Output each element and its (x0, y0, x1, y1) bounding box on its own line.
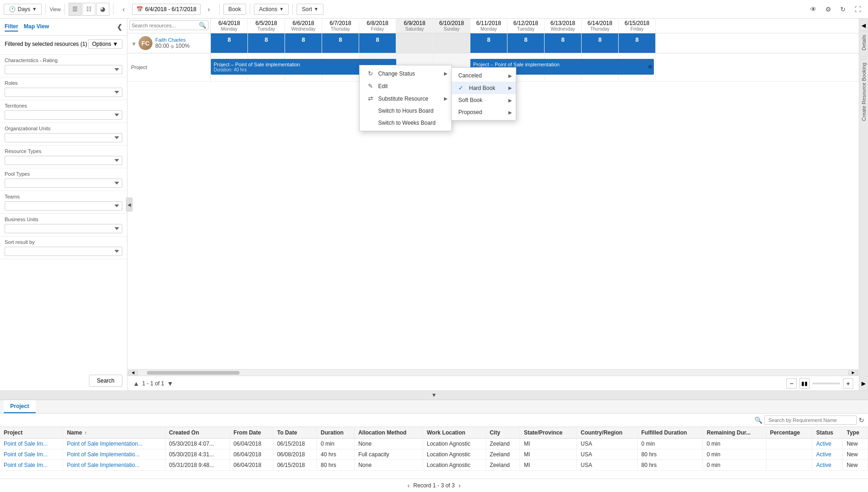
project-tab[interactable]: Project (4, 400, 36, 413)
settings-button[interactable]: ⚙ (822, 3, 835, 16)
filter-tab[interactable]: Filter (5, 22, 18, 32)
col-type[interactable]: Type (843, 427, 868, 439)
page-down-btn[interactable]: ▼ (167, 380, 173, 387)
col-remaining[interactable]: Remaining Dur... (703, 427, 766, 439)
col-to[interactable]: To Date (273, 427, 317, 439)
resource-types-dropdown[interactable] (5, 156, 122, 165)
edit-icon: ✎ (366, 83, 374, 89)
expand-button[interactable]: ⛶ (851, 3, 864, 16)
date-range-picker[interactable]: 📅 6/4/2018 - 6/17/2018 (132, 4, 201, 15)
options-label: Options (92, 41, 111, 47)
filter-pool-types-label: Pool Types (5, 171, 122, 177)
date-text-3: 6/6/2018 (286, 20, 321, 26)
options-button[interactable]: Options ▼ (88, 39, 122, 49)
zoom-in-btn[interactable]: + (843, 378, 853, 389)
days-button[interactable]: 🕐 Days ▼ (4, 4, 42, 15)
row1-status-link[interactable]: Active (816, 441, 831, 447)
change-status-arrow: ▶ (444, 71, 448, 76)
table-prev-btn[interactable]: ‹ (407, 482, 410, 489)
data-table: Project Name ↑ Created On From Date To D… (0, 427, 868, 471)
grid-view-button[interactable]: ☷ (82, 3, 95, 16)
details-label[interactable]: Details (860, 31, 868, 54)
right-panel-arrow-bottom[interactable]: ▶ (860, 378, 868, 389)
hours-board-menu-item[interactable]: Switch to Hours Board (360, 105, 451, 117)
row2-status-link[interactable]: Active (816, 451, 831, 458)
col-duration[interactable]: Duration (317, 427, 355, 439)
col-state[interactable]: State/Province (520, 427, 577, 439)
scroll-left-btn[interactable]: ◀ (128, 371, 138, 375)
row3-status-link[interactable]: Active (816, 462, 831, 468)
row2-project-link[interactable]: Point of Sale Im... (4, 451, 48, 458)
list-view-button[interactable]: ☰ (69, 3, 82, 16)
soft-book-item[interactable]: Soft Book ▶ (452, 94, 516, 106)
zoom-out-btn[interactable]: − (786, 378, 797, 389)
canceled-item[interactable]: Canceled ▶ (452, 70, 516, 82)
row1-project-link[interactable]: Point of Sale Im... (4, 441, 48, 447)
gantt-scrollbar[interactable]: ◀ ▶ (127, 369, 859, 376)
actions-button[interactable]: Actions ▼ (254, 4, 289, 15)
hard-book-check-icon: ✓ (458, 84, 463, 91)
territories-dropdown[interactable] (5, 110, 122, 120)
sort-dropdown[interactable] (5, 247, 122, 256)
col-from[interactable]: From Date (229, 427, 273, 439)
hard-book-item[interactable]: ✓ Hard Book ▶ (452, 82, 516, 94)
roles-dropdown[interactable] (5, 88, 122, 97)
weeks-board-menu-item[interactable]: Switch to Weeks Board (360, 117, 451, 129)
teams-dropdown[interactable] (5, 201, 122, 211)
proposed-label: Proposed (458, 109, 482, 115)
col-fulfilled[interactable]: Fulfilled Duration (637, 427, 703, 439)
row3-project-link[interactable]: Point of Sale Im... (4, 462, 48, 468)
eye-button[interactable]: 👁 (807, 3, 820, 16)
zoom-pause-btn[interactable]: ▮▮ (799, 378, 810, 389)
business-units-dropdown[interactable] (5, 224, 122, 233)
search-resources-input[interactable] (132, 23, 199, 28)
chart-view-button[interactable]: ◕ (96, 3, 109, 16)
scrollbar-thumb[interactable] (147, 371, 240, 375)
resource-name[interactable]: Faith Charles (155, 37, 190, 43)
sort-button[interactable]: Sort ▼ (297, 4, 323, 15)
sidebar-toggle-btn[interactable]: ◀ (126, 198, 133, 211)
prev-period-button[interactable]: ‹ (117, 3, 130, 16)
col-work-location[interactable]: Work Location (423, 427, 486, 439)
edit-menu-item[interactable]: ✎ Edit (360, 80, 451, 92)
bottom-search-input[interactable] (764, 415, 857, 425)
next-period-button[interactable]: › (203, 3, 215, 16)
search-icon[interactable]: 🔍 (199, 22, 206, 29)
create-booking-label[interactable]: Create Resource Booking (860, 58, 868, 125)
row2-name-link[interactable]: Point of Sale Implementatio... (67, 451, 139, 458)
characteristics-dropdown[interactable] (5, 65, 122, 74)
book-button[interactable]: Book (223, 4, 246, 15)
col-city[interactable]: City (486, 427, 520, 439)
col-project[interactable]: Project (0, 427, 63, 439)
pool-types-dropdown[interactable] (5, 179, 122, 188)
col-country[interactable]: Country/Region (577, 427, 638, 439)
scroll-right-btn[interactable]: ▶ (849, 371, 858, 375)
resource-expand-icon[interactable]: ▼ (131, 41, 136, 45)
collapse-handle[interactable]: ▼ (0, 390, 868, 399)
col-status[interactable]: Status (812, 427, 843, 439)
col-percentage[interactable]: Percentage (766, 427, 812, 439)
sidebar-collapse-btn[interactable]: ❮ (117, 23, 122, 31)
table-next-btn[interactable]: › (458, 482, 461, 489)
search-button[interactable]: Search (89, 375, 122, 387)
refresh-button[interactable]: ↻ (836, 3, 849, 16)
row3-fulfilled: 80 hrs (637, 460, 703, 471)
change-status-menu-item[interactable]: ↻ Change Status ▶ Canceled ▶ ✓ Hard Book… (360, 67, 451, 80)
page-up-btn[interactable]: ▲ (133, 380, 139, 387)
filter-resource-types: Resource Types (0, 146, 127, 168)
row1-name-link[interactable]: Point of Sale Implementation... (67, 441, 142, 447)
col-allocation[interactable]: Allocation Method (355, 427, 423, 439)
col-created[interactable]: Created On (165, 427, 229, 439)
gantt-bar-2-title: Project – Point of Sale implementation (473, 62, 651, 67)
bottom-refresh-btn[interactable]: ↻ (859, 416, 864, 424)
gantt-row-label: Project (127, 53, 211, 81)
substitute-menu-item[interactable]: ⇄ Substitute Resource ▶ (360, 92, 451, 105)
map-view-tab[interactable]: Map View (24, 22, 49, 32)
pagination-bar: ▲ 1 - 1 of 1 ▼ − ▮▮ + (127, 376, 859, 390)
right-panel-arrow-top[interactable]: ◀ (860, 20, 868, 31)
row3-name-link[interactable]: Point of Sale Implementatio... (67, 462, 139, 468)
proposed-item[interactable]: Proposed ▶ (452, 106, 516, 118)
row3-remaining: 0 min (703, 460, 766, 471)
col-name[interactable]: Name ↑ (63, 427, 165, 439)
org-units-dropdown[interactable] (5, 133, 122, 142)
